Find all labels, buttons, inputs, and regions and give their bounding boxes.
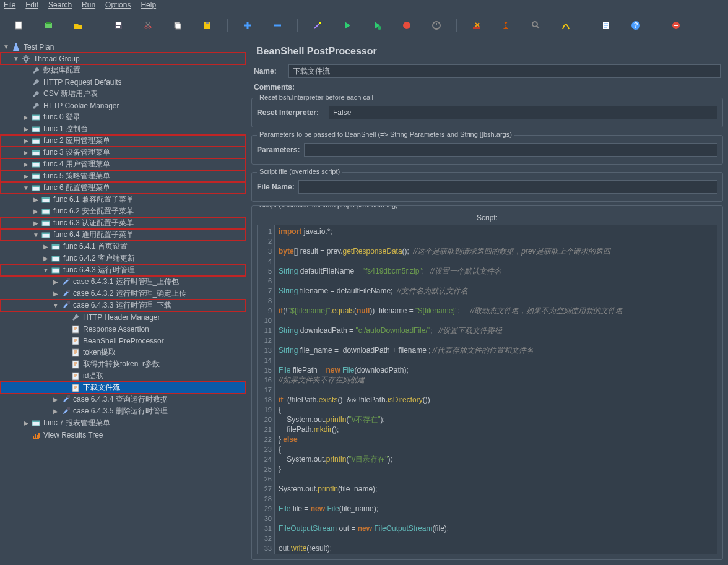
tree-node[interactable]: func 5 策略管理菜单 <box>0 170 246 182</box>
tree-arrow-icon[interactable] <box>12 55 20 62</box>
script-editor[interactable]: 1234567891011121314151617181920212223242… <box>257 225 717 554</box>
tree-node[interactable]: func 6.4.3 运行时管理 <box>0 264 246 276</box>
horizontal-scrollbar[interactable] <box>0 441 246 449</box>
tree-node[interactable]: case 6.4.3.2 运行时管理_确定上传 <box>0 288 246 300</box>
tree-arrow-icon[interactable] <box>22 184 30 191</box>
tree-arrow-icon[interactable] <box>42 255 50 262</box>
toolbar-fn-helper-button[interactable] <box>553 17 578 34</box>
svg-rect-9 <box>176 24 181 29</box>
http-icon <box>41 207 51 217</box>
toolbar-templates-button[interactable] <box>36 17 61 34</box>
page-icon <box>71 336 80 346</box>
tree-node[interactable]: func 6.4.1 首页设置 <box>0 241 246 252</box>
gear-icon <box>21 54 31 64</box>
toolbar-open-button[interactable] <box>66 17 90 34</box>
toolbar-sweep-button[interactable] <box>494 17 519 34</box>
parameters-input[interactable] <box>304 143 717 157</box>
tree-node[interactable]: Response Assertion <box>0 323 246 335</box>
tree-node[interactable]: HTTP Header Manager <box>0 311 246 323</box>
tree-arrow-icon[interactable] <box>32 220 40 226</box>
tree-panel[interactable]: Test PlanThread Group数据库配置HTTP Request D… <box>0 38 246 565</box>
tree-node[interactable]: func 4 用户管理菜单 <box>0 158 246 170</box>
tree-arrow-icon[interactable] <box>32 208 40 215</box>
tree-arrow-icon[interactable] <box>42 267 50 274</box>
menu-edit[interactable]: Edit <box>25 0 38 12</box>
tree-arrow-icon[interactable] <box>52 278 59 285</box>
name-input[interactable] <box>288 64 721 78</box>
toolbar-report-button[interactable] <box>594 17 618 34</box>
toolbar-search-tree-button[interactable] <box>524 17 548 34</box>
tree-arrow-icon[interactable] <box>52 396 59 403</box>
tree-node[interactable]: CSV 新增用户表 <box>0 88 246 100</box>
toolbar-paste-button[interactable] <box>195 17 220 34</box>
tree-node[interactable]: func 0 登录 <box>0 111 246 123</box>
toolbar-wand-button[interactable] <box>305 17 330 34</box>
tree-node[interactable]: BeanShell PreProcessor <box>0 335 246 347</box>
tree-label: 下载文件流 <box>83 382 243 393</box>
toolbar-stop-button[interactable] <box>394 17 419 34</box>
tree-arrow-icon[interactable] <box>22 173 30 179</box>
tree-node[interactable]: func 6.2 安全配置子菜单 <box>0 205 246 217</box>
reset-interpreter-input[interactable] <box>329 106 717 119</box>
toolbar-save-button[interactable] <box>106 17 131 34</box>
comments-label: Comments: <box>254 83 295 92</box>
toolbar-remove-button[interactable] <box>265 17 290 34</box>
tree-node[interactable]: func 1 控制台 <box>0 123 246 135</box>
http-icon <box>41 218 51 228</box>
tree-node[interactable]: func 6.3 认证配置子菜单 <box>0 217 246 229</box>
tree-arrow-icon[interactable] <box>22 420 30 426</box>
tree-node[interactable]: Thread Group <box>0 53 246 64</box>
tree-label: Response Assertion <box>83 325 243 334</box>
tree-node[interactable]: func 6 配置管理菜单 <box>0 182 246 194</box>
toolbar-new-button[interactable] <box>6 17 31 34</box>
menu-help[interactable]: Help <box>141 0 156 12</box>
tree-arrow-icon[interactable] <box>52 290 59 297</box>
tree-node[interactable]: func 7 报表管理菜单 <box>0 417 246 429</box>
tree-node[interactable]: case 6.4.3.4 查询运行时数据 <box>0 394 246 405</box>
toolbar-collapse-button[interactable] <box>664 17 688 34</box>
tree-arrow-icon[interactable] <box>22 161 30 168</box>
toolbar-add-button[interactable] <box>235 17 260 34</box>
tree-arrow-icon[interactable] <box>22 126 30 132</box>
tree-arrow-icon[interactable] <box>52 408 59 415</box>
tree-node[interactable]: func 2 应用管理菜单 <box>0 135 246 147</box>
toolbar-shutdown-button[interactable] <box>424 17 449 34</box>
tree-arrow-icon[interactable] <box>32 231 40 238</box>
menu-run[interactable]: Run <box>82 0 95 12</box>
toolbar-run-current-button[interactable] <box>365 17 389 34</box>
tree-node[interactable]: func 6.4 通用配置子菜单 <box>0 229 246 241</box>
toolbar-cut-button[interactable] <box>136 17 160 34</box>
menu-search[interactable]: Search <box>48 0 72 12</box>
tree-node[interactable]: case 6.4.3.3 运行时管理_下载 <box>0 300 246 311</box>
tree-arrow-icon[interactable] <box>22 149 30 156</box>
tree-arrow-icon[interactable] <box>2 43 10 50</box>
tree-label: func 5 策略管理菜单 <box>43 171 243 181</box>
tree-node[interactable]: HTTP Request Defaults <box>0 76 246 88</box>
tree-node[interactable]: id提取 <box>0 370 246 382</box>
tree-node[interactable]: View Results Tree <box>0 429 246 441</box>
tree-node[interactable]: func 6.4.2 客户端更新 <box>0 252 246 264</box>
tree-node[interactable]: func 6.1 兼容配置子菜单 <box>0 194 246 205</box>
tree-node[interactable]: token提取 <box>0 347 246 358</box>
tree-node[interactable]: 取得并转换token_r参数 <box>0 358 246 370</box>
tree-node[interactable]: Test Plan <box>0 41 246 53</box>
toolbar-clear-button[interactable] <box>464 17 489 34</box>
file-name-input[interactable] <box>298 180 717 194</box>
toolbar-run-button[interactable] <box>335 17 360 34</box>
tree-arrow-icon[interactable] <box>32 196 40 203</box>
tree-arrow-icon[interactable] <box>42 243 50 250</box>
tree-node[interactable]: 数据库配置 <box>0 64 246 76</box>
menu-options[interactable]: Options <box>105 0 131 12</box>
menu-file[interactable]: File <box>4 0 15 12</box>
tree-label: case 6.4.3.3 运行时管理_下载 <box>73 300 243 311</box>
tree-node[interactable]: case 6.4.3.5 删除运行时管理 <box>0 405 246 417</box>
toolbar-copy-button[interactable] <box>165 17 190 34</box>
tree-node[interactable]: 下载文件流 <box>0 382 246 394</box>
tree-node[interactable]: HTTP Cookie Manager <box>0 100 246 111</box>
tree-arrow-icon[interactable] <box>22 114 30 121</box>
tree-arrow-icon[interactable] <box>22 137 30 144</box>
tree-arrow-icon[interactable] <box>52 302 59 309</box>
tree-node[interactable]: case 6.4.3.1 运行时管理_上传包 <box>0 276 246 288</box>
toolbar-help-button[interactable]: ? <box>623 17 648 34</box>
tree-node[interactable]: func 3 设备管理菜单 <box>0 147 246 158</box>
